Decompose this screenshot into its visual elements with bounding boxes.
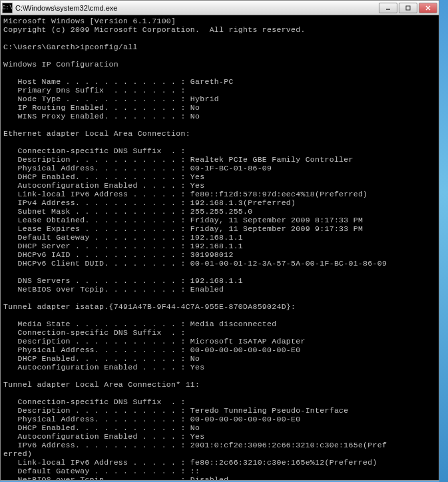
maximize-button[interactable] <box>399 3 417 13</box>
console-line: Physical Address. . . . . . . . . : 00-0… <box>3 415 300 423</box>
console-line: Autoconfiguration Enabled . . . . : Yes <box>3 363 204 371</box>
console-line: Connection-specific DNS Suffix . : <box>3 146 186 155</box>
console-line: Link-local IPv6 Address . . . . . : fe80… <box>3 190 367 198</box>
console-section: Ethernet adapter Local Area Connection: <box>3 129 190 138</box>
console-line: Autoconfiguration Enabled . . . . : Yes <box>3 181 204 190</box>
console-line: DHCP Enabled. . . . . . . . . . . : No <box>3 354 200 363</box>
console-line: Description . . . . . . . . . . . : Tere… <box>3 406 348 415</box>
console-line: Copyright (c) 2009 Microsoft Corporation… <box>3 25 306 34</box>
window-controls <box>379 3 437 13</box>
console-line: IP Routing Enabled. . . . . . . . : No <box>3 103 200 112</box>
console-line: Connection-specific DNS Suffix . : <box>3 397 186 406</box>
console-line: Physical Address. . . . . . . . . : 00-1… <box>3 164 272 172</box>
console-line: Primary Dns Suffix . . . . . . . : <box>3 86 186 95</box>
console-section: Windows IP Configuration <box>3 60 118 69</box>
console-line: Node Type . . . . . . . . . . . . : Hybr… <box>3 95 219 103</box>
console-line: Lease Expires . . . . . . . . . . : Frid… <box>3 224 363 233</box>
console-line: Microsoft Windows [Version 6.1.7100] <box>3 17 176 25</box>
console-line: NetBIOS over Tcpip. . . . . . . . : Disa… <box>3 475 228 480</box>
console-line: DNS Servers . . . . . . . . . . . : 192.… <box>3 276 243 285</box>
console-line: Default Gateway . . . . . . . . . : 192.… <box>3 233 243 242</box>
console-line: Default Gateway . . . . . . . . . : :: <box>3 467 200 475</box>
console-line: DHCPv6 IAID . . . . . . . . . . . : 3019… <box>3 250 234 259</box>
cmd-icon: C:\ <box>2 3 13 13</box>
console-line: Link-local IPv6 Address . . . . . : fe80… <box>3 458 377 467</box>
window-title: C:\Windows\system32\cmd.exe <box>15 4 379 12</box>
console-line: NetBIOS over Tcpip. . . . . . . . : Enab… <box>3 285 224 294</box>
console-line: erred) <box>3 449 32 458</box>
console-section: Tunnel adapter Local Area Connection* 11… <box>3 380 200 389</box>
console-line: DHCP Enabled. . . . . . . . . . . : No <box>3 423 200 432</box>
console-line: DHCP Server . . . . . . . . . . . : 192.… <box>3 242 243 250</box>
console-line: Subnet Mask . . . . . . . . . . . : 255.… <box>3 207 252 216</box>
title-bar[interactable]: C:\ C:\Windows\system32\cmd.exe <box>1 1 439 15</box>
console-line: Connection-specific DNS Suffix . : <box>3 328 186 337</box>
console-line: Description . . . . . . . . . . . : Real… <box>3 155 353 164</box>
console-line: Host Name . . . . . . . . . . . . : Gare… <box>3 77 234 86</box>
console-line: IPv4 Address. . . . . . . . . . . : 192.… <box>3 198 296 207</box>
console-line: Autoconfiguration Enabled . . . . : Yes <box>3 432 204 441</box>
close-button[interactable] <box>419 3 437 13</box>
console-line: DHCP Enabled. . . . . . . . . . . : Yes <box>3 172 204 181</box>
console-line: DHCPv6 Client DUID. . . . . . . . : 00-0… <box>3 259 387 268</box>
console-prompt: C:\Users\Gareth>ipconfig/all <box>3 43 138 51</box>
cmd-window: C:\ C:\Windows\system32\cmd.exe Microsof… <box>0 0 439 481</box>
console-line: WINS Proxy Enabled. . . . . . . . : No <box>3 112 200 120</box>
svg-rect-1 <box>406 6 410 10</box>
minimize-button[interactable] <box>379 3 397 13</box>
desktop-edge <box>439 0 448 482</box>
console-line: Lease Obtained. . . . . . . . . . : Frid… <box>3 216 363 224</box>
console-line: Physical Address. . . . . . . . . : 00-0… <box>3 346 300 354</box>
console-output[interactable]: Microsoft Windows [Version 6.1.7100] Cop… <box>1 15 439 480</box>
console-section: Tunnel adapter isatap.{7491A47B-9F44-4C7… <box>3 302 296 311</box>
console-line: Description . . . . . . . . . . . : Micr… <box>3 337 306 346</box>
console-line: IPv6 Address. . . . . . . . . . . : 2001… <box>3 441 387 449</box>
console-line: Media State . . . . . . . . . . . : Medi… <box>3 320 276 328</box>
